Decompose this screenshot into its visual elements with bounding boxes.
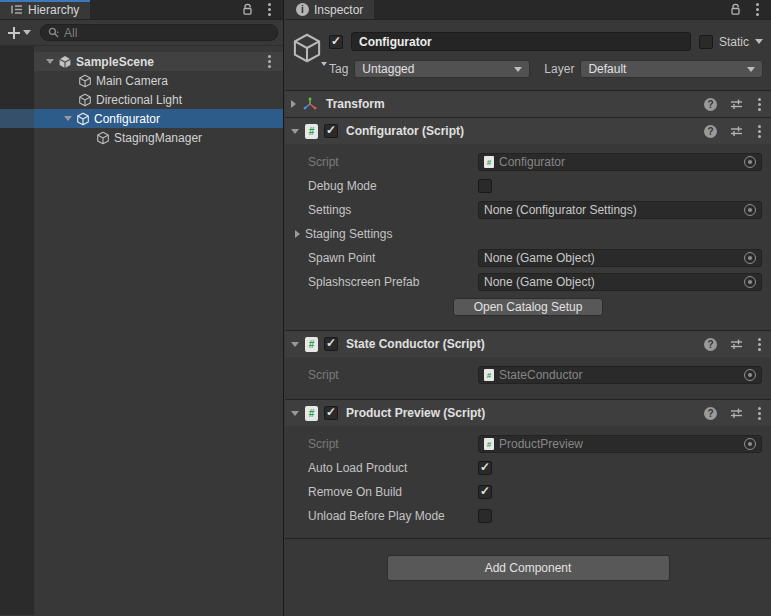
scene-menu-icon[interactable] [266,53,273,70]
component-transform: Transform [285,90,771,117]
object-picker-icon[interactable] [744,156,756,168]
component-enabled-checkbox[interactable] [324,406,338,420]
product-preview-header[interactable]: Product Preview (Script) [285,400,771,426]
static-label: Static [719,35,749,49]
foldout-open-icon[interactable] [46,59,54,64]
spawn-point-object-field[interactable]: None (Game Object) [478,249,762,267]
splashscreen-object-field[interactable]: None (Game Object) [478,273,762,291]
tag-dropdown[interactable]: Untagged [354,60,530,78]
tab-inspector-label: Inspector [314,3,363,17]
component-menu-icon[interactable] [756,336,763,353]
property-row-staging-settings[interactable]: Staging Settings [285,222,771,246]
object-picker-icon[interactable] [744,369,756,381]
hierarchy-tab-actions [241,0,283,19]
spawn-point-value: None (Game Object) [484,251,595,265]
component-menu-icon[interactable] [756,123,763,140]
help-icon[interactable] [704,338,717,351]
csharp-script-icon [484,369,494,381]
panel-menu-icon[interactable] [754,1,761,18]
object-picker-icon[interactable] [744,252,756,264]
property-row-settings: Settings None (Configurator Settings) [285,198,771,222]
open-catalog-setup-button[interactable]: Open Catalog Setup [453,298,603,316]
layer-label: Layer [544,62,574,76]
unload-before-play-mode-checkbox[interactable] [478,509,492,523]
gameobject-cube-icon [78,93,92,107]
script-object-field[interactable]: ProductPreview [478,435,762,453]
foldout-open-icon[interactable] [291,129,299,134]
panel-menu-icon[interactable] [266,1,273,18]
hierarchy-search-field[interactable] [40,24,278,41]
search-input[interactable] [64,26,270,40]
gameobject-icon[interactable] [291,32,325,66]
presets-icon[interactable] [730,98,743,110]
object-picker-icon[interactable] [744,276,756,288]
tree-item-main-camera[interactable]: Main Camera [0,71,283,90]
help-icon[interactable] [704,125,717,138]
tree-item-samplescene[interactable]: SampleScene [0,52,283,71]
component-menu-icon[interactable] [756,96,763,113]
static-dropdown-icon[interactable] [755,39,763,44]
script-label: Script [308,437,478,451]
configurator-title: Configurator (Script) [346,124,464,138]
foldout-closed-icon[interactable] [291,100,296,108]
active-checkbox[interactable] [329,35,343,49]
component-enabled-checkbox[interactable] [324,124,338,138]
auto-load-product-checkbox[interactable] [478,461,492,475]
component-product-preview-script: Product Preview (Script) Script ProductP… [285,399,771,538]
create-object-button[interactable] [5,26,34,40]
state-conductor-title: State Conductor (Script) [346,337,485,351]
property-row-spawn-point: Spawn Point None (Game Object) [285,246,771,270]
transform-header[interactable]: Transform [285,91,771,117]
static-group: Static [699,35,763,49]
foldout-closed-icon[interactable] [295,230,300,238]
debug-mode-checkbox[interactable] [478,179,492,193]
object-picker-icon[interactable] [744,438,756,450]
chevron-down-icon [23,30,31,35]
component-menu-icon[interactable] [756,405,763,422]
hierarchy-tree: SampleScene Main Camera Directional Ligh… [0,46,283,615]
lock-icon[interactable] [729,3,742,16]
settings-object-field[interactable]: None (Configurator Settings) [478,201,762,219]
presets-icon[interactable] [730,338,743,350]
help-icon[interactable] [704,407,717,420]
gameobject-name-field[interactable] [351,32,691,51]
component-enabled-checkbox[interactable] [324,337,338,351]
tree-item-directional-light[interactable]: Directional Light [0,90,283,109]
tree-item-configurator[interactable]: Configurator [0,109,283,128]
layer-dropdown[interactable]: Default [580,60,763,78]
settings-label: Settings [308,203,478,217]
property-row-script: Script ProductPreview [285,432,771,456]
presets-icon[interactable] [730,407,743,419]
hierarchy-tabbar: Hierarchy [0,0,283,20]
script-object-field[interactable]: StateConductor [478,366,762,384]
remove-on-build-checkbox[interactable] [478,485,492,499]
tag-layer-row: Tag Untagged Layer Default [329,60,763,78]
lock-icon[interactable] [241,3,254,16]
configurator-header[interactable]: Configurator (Script) [285,118,771,144]
add-component-button[interactable]: Add Component [387,555,670,581]
tab-inspector[interactable]: Inspector [285,0,374,19]
state-conductor-body: Script StateConductor [285,357,771,399]
spawn-point-label: Spawn Point [308,251,478,265]
static-checkbox[interactable] [699,35,713,49]
tree-item-stagingmanager[interactable]: StagingManager [0,128,283,147]
foldout-open-icon[interactable] [291,342,299,347]
foldout-open-icon[interactable] [64,116,72,121]
tag-label: Tag [329,62,348,76]
transform-icon [302,97,318,111]
unity-scene-icon [58,55,72,69]
state-conductor-header[interactable]: State Conductor (Script) [285,331,771,357]
property-row-remove-on-build: Remove On Build [285,480,771,504]
property-row-unload-before-play-mode: Unload Before Play Mode [285,504,771,528]
tab-hierarchy[interactable]: Hierarchy [0,0,90,19]
script-object-field[interactable]: Configurator [478,153,762,171]
gameobject-cube-icon [76,112,90,126]
component-state-conductor-script: State Conductor (Script) Script StateCon… [285,330,771,399]
help-icon[interactable] [704,98,717,111]
presets-icon[interactable] [730,125,743,137]
foldout-open-icon[interactable] [291,411,299,416]
configurator-actions [704,123,763,140]
tree-item-label: StagingManager [114,131,202,145]
inspector-panel: Inspector Static [285,0,771,616]
object-picker-icon[interactable] [744,204,756,216]
